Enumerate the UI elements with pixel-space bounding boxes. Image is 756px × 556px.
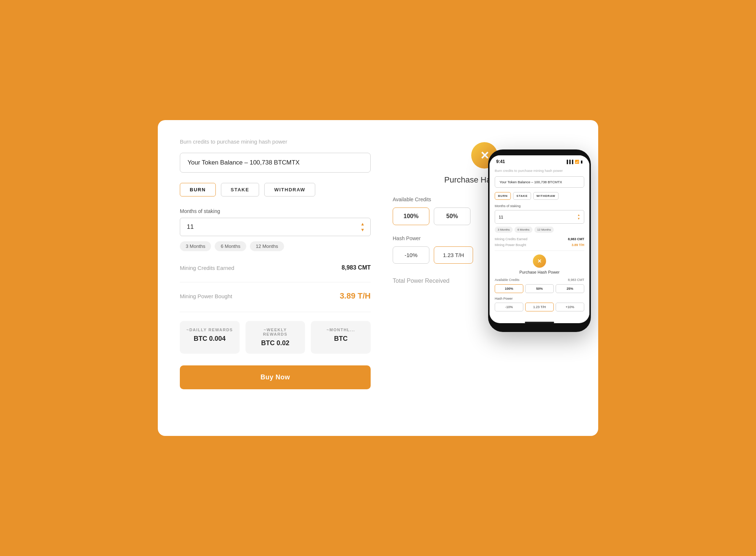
monthly-reward-card: ~MONTHL... BTC [311,321,371,354]
phone-mining-credits-label: Mining Credits Earned [495,237,527,241]
phone-spinner: ▲ ▼ [577,213,580,220]
mining-credits-label: Mining Credits Earned [180,265,234,271]
phone-logo-icon: ✕ [537,258,542,264]
phone-mockup: 9:41 ▐▐▐ 📶 ▮ Burn credits to purchase mi… [488,149,591,332]
months-input[interactable] [180,218,371,236]
phone-credits-value: 8,983 CMT [568,278,584,282]
spinner-down[interactable]: ▼ [360,227,366,232]
credits-buttons: 100% 50% [393,207,470,225]
buy-now-button[interactable]: Buy Now [180,365,371,389]
phone-purchase-title: Purchase Hash Power [495,270,584,274]
phone-credit-btns: 100% 50% 25% [495,284,584,293]
phone-credits-label: Available Credits [495,278,519,282]
phone-chip-6m[interactable]: 6 Months [515,227,533,233]
logo-icon: ✕ [480,149,489,162]
phone-chip-3m[interactable]: 3 Months [495,227,513,233]
burn-button[interactable]: BURN [180,183,216,196]
months-input-wrapper: ▲ ▼ [180,218,371,236]
phone-mining-power-label: Mining Power Bought [495,243,526,247]
action-buttons: BURN STAKE WITHDRAW [180,183,371,196]
signal-icon: ▐▐▐ [566,160,573,164]
hash-value-button[interactable]: 1.23 T/H [434,246,473,264]
phone-hash-minus10[interactable]: -10% [495,303,523,311]
phone-month-chips: 3 Months 6 Months 12 Months [495,227,584,233]
battery-icon: ▮ [581,160,583,164]
weekly-reward-title: ~WEEKLY REWARDS [251,328,299,336]
phone-months-input[interactable]: 11 ▲ ▼ [495,210,584,224]
month-chips: 3 Months 6 Months 12 Months [180,241,371,251]
phone-hash-value[interactable]: 1.23 T/H [525,303,554,311]
hash-buttons: -10% 1.23 T/H [393,246,473,264]
monthly-reward-value: BTC [317,335,365,343]
credit-100-button[interactable]: 100% [393,207,429,225]
main-card: Burn credits to purchase mining hash pow… [158,120,598,436]
total-power-label: Total Power Received [393,278,450,284]
weekly-reward-value: BTC 0.02 [251,339,299,347]
phone-hash-btns: -10% 1.23 T/H +10% [495,303,584,311]
wifi-icon: 📶 [575,160,579,164]
mining-credits-row: Mining Credits Earned 8,983 CMT [180,264,371,271]
credit-50-button[interactable]: 50% [434,207,470,225]
phone-mining-power-value: 3.89 T/H [571,243,584,247]
stake-button[interactable]: STAKE [221,183,259,196]
status-icons: ▐▐▐ 📶 ▮ [566,160,583,164]
phone-subtitle: Burn credits to purchase mining hash pow… [495,169,584,173]
phone-stake-btn[interactable]: STAKE [513,192,531,200]
withdraw-button[interactable]: WITHDRAW [264,183,315,196]
phone-chip-12m[interactable]: 12 Months [534,227,554,233]
phone-hash-label: Hash Power [495,297,584,300]
phone-burn-btn[interactable]: BURN [495,192,511,200]
phone-months-value: 11 [499,215,503,219]
phone-time: 9:41 [496,159,505,164]
monthly-reward-title: ~MONTHL... [317,328,365,332]
phone-credits-row: Available Credits 8,983 CMT [495,278,584,282]
left-panel: Burn credits to purchase mining hash pow… [180,138,371,418]
spinner-up[interactable]: ▲ [360,221,366,227]
daily-reward-title: ~DAILLY REWARDS [186,328,234,332]
chip-6months[interactable]: 6 Months [215,241,246,251]
phone-action-btns: BURN STAKE WITHDRAW [495,192,584,200]
phone-token-box: Your Token Balance – 100,738 BTCMTX [495,176,584,188]
mining-power-label: Mining Power Bought [180,293,232,299]
chip-3months[interactable]: 3 Months [180,241,211,251]
phone-logo-circle: ✕ [533,254,546,268]
daily-reward-card: ~DAILLY REWARDS BTC 0.004 [180,321,240,354]
phone-credit-25[interactable]: 25% [556,284,584,293]
phone-spinner-down[interactable]: ▼ [577,217,580,220]
phone-home-indicator [525,322,554,323]
phone-credit-50[interactable]: 50% [525,284,554,293]
mining-power-row: Mining Power Bought 3.89 T/H [180,291,371,301]
mining-power-value: 3.89 T/H [340,291,371,301]
daily-reward-value: BTC 0.004 [186,335,234,343]
credits-label: Available Credits [393,196,431,202]
phone-spinner-up[interactable]: ▲ [577,213,580,217]
phone-divider [495,250,584,251]
divider-2 [180,312,371,312]
spinner-buttons: ▲ ▼ [360,221,366,232]
phone-hash-plus10[interactable]: +10% [556,303,584,311]
right-panel: ✕ Purchase Hash Power Available Credits … [393,138,576,418]
phone-withdraw-btn[interactable]: WITHDRAW [533,192,559,200]
phone-mining-credits-value: 8,983 CMT [568,237,584,241]
phone-mining-credits: Mining Credits Earned 8,983 CMT [495,237,584,241]
token-balance-box: Your Token Balance – 100,738 BTCMTX [180,153,371,173]
mining-credits-value: 8,983 CMT [342,264,371,271]
phone-status-bar: 9:41 ▐▐▐ 📶 ▮ [490,155,589,166]
hash-label: Hash Power [393,235,421,241]
phone-credit-100[interactable]: 100% [495,284,523,293]
divider-1 [180,282,371,282]
subtitle: Burn credits to purchase mining hash pow… [180,138,371,145]
phone-screen: 9:41 ▐▐▐ 📶 ▮ Burn credits to purchase mi… [490,155,589,323]
rewards-row: ~DAILLY REWARDS BTC 0.004 ~WEEKLY REWARD… [180,321,371,354]
phone-content: Burn credits to purchase mining hash pow… [490,166,589,317]
chip-12months[interactable]: 12 Months [250,241,284,251]
hash-minus10-button[interactable]: -10% [393,246,429,264]
phone-mining-power: Mining Power Bought 3.89 T/H [495,243,584,247]
months-label: Months of staking [180,208,371,214]
weekly-reward-card: ~WEEKLY REWARDS BTC 0.02 [246,321,305,354]
phone-months-label: Months of staking [495,204,584,208]
